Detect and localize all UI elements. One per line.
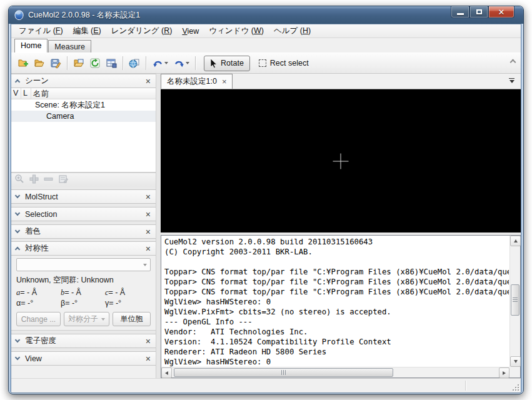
globe-fetch-icon: [129, 58, 140, 69]
zoom-search-button[interactable]: [14, 174, 24, 186]
column-lock: L: [21, 88, 31, 99]
log-line: Toppar> CNS format top/par file "C:¥Prog…: [164, 267, 509, 277]
rotate-tool-button[interactable]: Rotate: [204, 56, 250, 71]
tab-home[interactable]: Home: [14, 39, 48, 52]
menu-rendering[interactable]: レンダリング (R): [106, 24, 178, 38]
undo-dropdown-caret[interactable]: [164, 62, 168, 64]
close-button[interactable]: ✕: [488, 6, 514, 18]
menu-view[interactable]: View: [177, 26, 204, 37]
log-line: [164, 257, 509, 267]
chevron-down-icon: [101, 318, 105, 321]
scroll-right-button[interactable]: [499, 368, 509, 378]
scene-table-button[interactable]: [103, 55, 119, 71]
open-folder-icon: [34, 58, 45, 69]
panel-close-icon[interactable]: ×: [145, 244, 151, 253]
scroll-down-button[interactable]: [510, 356, 521, 367]
expand-chevron-icon[interactable]: [16, 339, 21, 344]
minimize-button[interactable]: [451, 6, 469, 18]
sidebar-splitter[interactable]: [156, 74, 161, 378]
toolbar-overflow-button[interactable]: [511, 59, 516, 64]
menu-file[interactable]: ファイル (F): [14, 24, 68, 38]
unit-cell-button[interactable]: 単位胞: [113, 312, 151, 326]
new-scene-button[interactable]: [15, 55, 31, 71]
view-tab-close-icon[interactable]: ×: [222, 78, 227, 86]
expand-chevron-icon[interactable]: [16, 212, 21, 217]
rect-select-tool-button[interactable]: Rect select: [254, 56, 314, 71]
tree-row-scene[interactable]: Scene: 名称未設定1: [11, 99, 156, 111]
expand-chevron-icon[interactable]: [16, 194, 21, 199]
symmetry-molecule-button[interactable]: 対称分子: [64, 312, 109, 326]
vertical-scrollbar[interactable]: [509, 236, 520, 367]
expand-chevron-icon[interactable]: [16, 356, 21, 361]
molecular-viewport[interactable]: [161, 89, 521, 232]
vertical-scroll-thumb[interactable]: [511, 284, 519, 316]
chevron-up-icon: [510, 59, 516, 66]
symmetry-combobox[interactable]: [16, 258, 151, 271]
plus-icon: [29, 174, 39, 184]
panel-close-icon[interactable]: ×: [145, 77, 151, 86]
toolbar-separator: [195, 56, 196, 70]
application-window: CueMol2 2.0.0.98 - 名称未設定1 ✕ ファイル (F) 編集 …: [8, 6, 524, 394]
toolbar-separator: [123, 56, 123, 70]
panel-header-density[interactable]: 電子密度 ×: [11, 334, 156, 348]
scroll-up-button[interactable]: [510, 236, 521, 246]
arrow-left-icon: [165, 371, 168, 375]
tab-measure[interactable]: Measure: [48, 40, 91, 52]
menu-window[interactable]: ウィンドウ (W): [204, 24, 269, 38]
reload-button[interactable]: [87, 55, 103, 71]
restore-icon: [476, 9, 482, 14]
restore-button[interactable]: [469, 6, 488, 18]
tree-row-camera[interactable]: Camera: [11, 111, 156, 122]
menu-help[interactable]: ヘルプ (H): [269, 24, 316, 38]
toolbar-separator: [67, 56, 68, 70]
remove-item-button[interactable]: [44, 174, 53, 186]
save-scene-button[interactable]: [48, 55, 64, 71]
add-item-button[interactable]: [29, 174, 39, 186]
panel-close-icon[interactable]: ×: [145, 228, 151, 236]
panel-header-coloring[interactable]: 着色 ×: [11, 224, 156, 239]
panel-close-icon[interactable]: ×: [145, 192, 151, 201]
scroll-left-button[interactable]: [161, 368, 172, 378]
panel-title-coloring: 着色: [25, 226, 145, 237]
horizontal-scrollbar[interactable]: [161, 367, 509, 378]
tab-list-icon: [509, 78, 514, 79]
redo-dropdown-caret[interactable]: [186, 62, 189, 64]
resize-grip[interactable]: [512, 384, 519, 391]
view-tab[interactable]: 名称未設定1:0 ×: [161, 74, 233, 89]
horizontal-scroll-thumb[interactable]: [174, 368, 393, 377]
property-sheet-icon: [58, 174, 68, 184]
menu-edit[interactable]: 編集 (E): [68, 24, 106, 38]
panel-header-view[interactable]: View ×: [11, 351, 156, 366]
fetch-pdb-button[interactable]: [126, 55, 143, 71]
open-file-button[interactable]: [71, 55, 87, 71]
panel-close-icon[interactable]: ×: [145, 210, 151, 219]
panel-header-symmetry[interactable]: 対称性 ×: [11, 241, 156, 256]
crosshair-icon: [333, 153, 349, 169]
table-icon: [106, 58, 117, 69]
undo-button[interactable]: [149, 55, 171, 71]
open-scene-button[interactable]: [31, 55, 48, 71]
panel-header-molstruct[interactable]: MolStruct ×: [11, 189, 156, 204]
collapse-chevron-icon[interactable]: [16, 246, 21, 251]
panel-close-icon[interactable]: ×: [145, 337, 151, 346]
log-line: WglView.PixFmt> cbits=32 (no stereo) is …: [164, 307, 509, 317]
log-line: WglView> hasHWStereo: 0: [164, 357, 509, 366]
status-bar: [11, 378, 521, 392]
log-console[interactable]: CueMol2 version 2.0.0.98 build 201103151…: [161, 235, 521, 378]
window-controls: ✕: [451, 6, 514, 18]
properties-button[interactable]: [58, 174, 68, 186]
panel-header-selection[interactable]: Selection ×: [11, 207, 156, 221]
reload-icon: [89, 58, 101, 69]
panel-close-icon[interactable]: ×: [145, 354, 151, 363]
window-title: CueMol2 2.0.0.98 - 名称未設定1: [28, 10, 140, 21]
collapse-chevron-icon[interactable]: [16, 79, 21, 84]
tab-list-dropdown-button[interactable]: [509, 78, 514, 83]
change-spacegroup-button[interactable]: Change ...: [16, 312, 61, 326]
title-bar[interactable]: CueMol2 2.0.0.98 - 名称未設定1 ✕: [9, 6, 523, 24]
close-icon: ✕: [498, 8, 505, 16]
expand-chevron-icon[interactable]: [16, 229, 21, 234]
log-line: Renderer: ATI Radeon HD 5800 Series: [164, 347, 509, 357]
panel-header-scene[interactable]: シーン ×: [11, 74, 156, 88]
redo-button[interactable]: [171, 55, 192, 71]
log-line: Version: 4.1.10524 Compatibility Profile…: [164, 337, 509, 347]
